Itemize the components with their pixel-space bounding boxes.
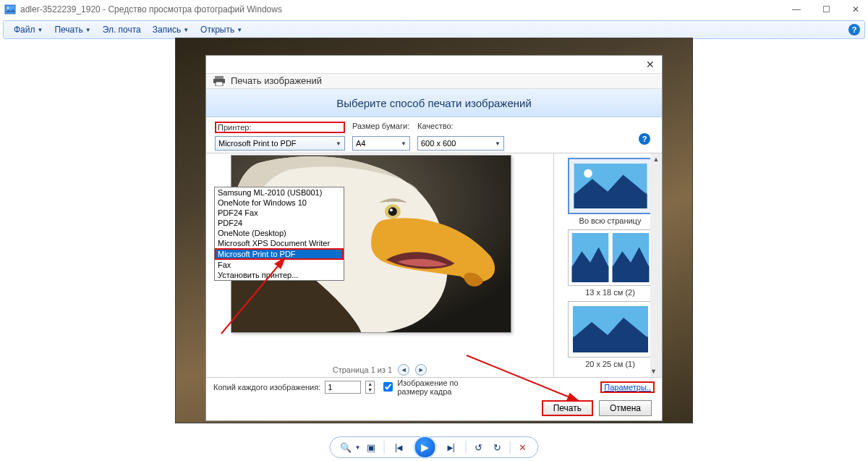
menu-print[interactable]: Печать▼	[48, 23, 96, 36]
copies-spinner[interactable]: ▲▼	[365, 381, 375, 394]
cancel-button[interactable]: Отмена	[599, 400, 652, 416]
layout-thumbnails: Во всю страницу 13 x 18 см (2) 20 x 25 с…	[553, 153, 662, 377]
next-image-button[interactable]: ►	[439, 439, 461, 455]
svg-rect-0	[5, 5, 15, 14]
delete-button[interactable]: ✕	[514, 439, 530, 455]
print-options-row: Принтер: Размер бумаги: Качество: Micros…	[206, 117, 662, 153]
printer-dropdown-list[interactable]: Samsung ML-2010 (USB001) OneNote for Win…	[214, 187, 344, 281]
menu-bar: Файл▼ Печать▼ Эл. почта Запись▼ Открыть▼…	[3, 20, 865, 39]
slideshow-button[interactable]: ▶	[413, 436, 436, 459]
dialog-footer-options: Копий каждого изображения: ▲▼ Изображени…	[206, 377, 662, 396]
copies-input[interactable]	[325, 381, 361, 394]
dialog-title: Печать изображений	[231, 75, 322, 86]
quality-combo[interactable]: 600 x 600▼	[417, 136, 504, 151]
thumb-full-page[interactable]: Во всю страницу	[558, 158, 662, 225]
chevron-down-icon: ▼	[495, 140, 501, 147]
paper-label: Размер бумаги:	[352, 122, 410, 133]
viewer-toolbar: 🔍▼ ▣ ◄ ▶ ► ↺ ↻ ✕	[330, 436, 539, 458]
fit-frame-label: Изображение по размеру кадра	[397, 378, 469, 396]
chevron-down-icon: ▼	[401, 140, 407, 147]
window-titlebar: adler-3522239_1920 - Средство просмотра …	[0, 0, 868, 19]
magnifier-icon: 🔍	[338, 439, 354, 455]
printer-option[interactable]: Установить принтер...	[215, 270, 344, 280]
prev-image-button[interactable]: ◄	[388, 439, 410, 455]
printer-combo[interactable]: Microsoft Print to PDF▼	[215, 136, 345, 151]
prev-page-button[interactable]: ◄	[398, 364, 409, 376]
thumbnail-scrollbar[interactable]: ▲ ▼	[650, 153, 662, 377]
paper-combo[interactable]: A4▼	[352, 136, 410, 151]
printer-option[interactable]: Samsung ML-2010 (USB001)	[215, 187, 344, 198]
svg-point-8	[388, 208, 397, 216]
printer-option[interactable]: Fax	[215, 260, 344, 270]
print-button[interactable]: Печать	[542, 400, 593, 416]
scroll-down-icon[interactable]: ▼	[650, 365, 657, 377]
printer-option[interactable]: PDF24 Fax	[215, 208, 344, 218]
thumb-20x25[interactable]: 20 x 25 см (1)	[558, 301, 662, 368]
menu-file[interactable]: Файл▼	[8, 23, 48, 36]
chevron-down-icon: ▼	[355, 444, 361, 451]
dialog-banner: Выберите способ печати изображений	[206, 89, 662, 117]
menu-open[interactable]: Открыть▼	[195, 23, 248, 36]
printer-option[interactable]: PDF24	[215, 218, 344, 228]
svg-rect-4	[216, 82, 223, 86]
page-counter: Страница 1 из 1	[333, 365, 392, 374]
quality-label: Качество:	[417, 122, 504, 133]
dialog-close-button[interactable]: ✕	[646, 59, 655, 70]
image-viewport: ✕ Печать изображений Выберите способ печ…	[0, 41, 868, 433]
close-window-button[interactable]: ✕	[848, 3, 864, 16]
menu-burn[interactable]: Запись▼	[147, 23, 195, 36]
options-link[interactable]: Параметры..	[600, 381, 655, 393]
svg-point-1	[7, 7, 9, 9]
thumb-label: 20 x 25 см (1)	[558, 360, 662, 368]
printer-option-selected[interactable]: Microsoft Print to PDF	[215, 248, 344, 260]
scroll-up-icon[interactable]: ▲	[650, 153, 662, 165]
printer-option[interactable]: OneNote for Windows 10	[215, 198, 344, 208]
rotate-right-button[interactable]: ↻	[489, 439, 505, 455]
printer-label: Принтер:	[215, 122, 345, 133]
fit-window-button[interactable]: ▣	[363, 439, 379, 455]
chevron-down-icon: ▼	[336, 140, 341, 147]
menu-email[interactable]: Эл. почта	[97, 23, 147, 36]
svg-point-9	[390, 209, 393, 212]
printer-icon	[213, 76, 225, 86]
rotate-left-button[interactable]: ↺	[470, 439, 486, 455]
thumb-13x18[interactable]: 13 x 18 см (2)	[558, 229, 662, 297]
dialog-footer-buttons: Печать Отмена	[206, 396, 662, 420]
help-icon[interactable]: ?	[848, 24, 860, 35]
dialog-header: Печать изображений	[206, 73, 662, 89]
maximize-button[interactable]: ☐	[818, 3, 835, 16]
printer-option[interactable]: OneNote (Desktop)	[215, 228, 344, 238]
fit-frame-checkbox[interactable]	[383, 382, 393, 392]
thumb-label: 13 x 18 см (2)	[558, 288, 662, 297]
minimize-button[interactable]: —	[788, 3, 805, 16]
window-title: adler-3522239_1920 - Средство просмотра …	[20, 4, 788, 14]
thumb-label: Во всю страницу	[558, 216, 662, 225]
printer-option[interactable]: Microsoft XPS Document Writer	[215, 238, 344, 248]
svg-rect-2	[215, 76, 224, 79]
photo-viewer-icon	[4, 4, 16, 15]
zoom-button[interactable]: 🔍▼	[338, 439, 361, 455]
next-page-button[interactable]: ►	[415, 364, 427, 376]
svg-point-12	[584, 169, 592, 178]
copies-label: Копий каждого изображения:	[213, 383, 320, 392]
